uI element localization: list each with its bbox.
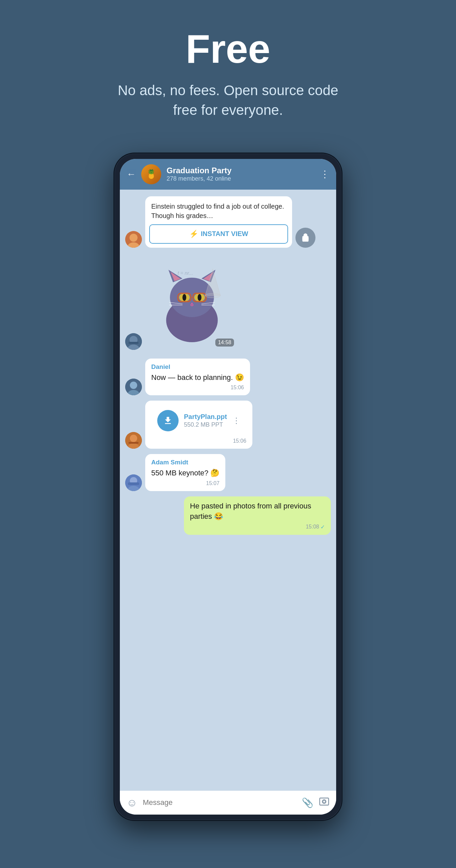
outgoing-message-bubble: He pasted in photos from all previous pa… [184, 496, 331, 535]
avatar-file-sender [125, 432, 142, 449]
svg-rect-7 [128, 342, 139, 344]
file-download-icon[interactable] [157, 410, 179, 431]
outgoing-message-row: He pasted in photos from all previous pa… [125, 496, 331, 535]
svg-point-16 [183, 294, 186, 301]
file-attachment: PartyPlan.ppt 550.2 MB PPT ⋮ [151, 405, 246, 436]
article-message-row: Einstein struggled to find a job out of … [125, 196, 331, 248]
file-name: PartyPlan.ppt [184, 413, 227, 421]
article-preview: Einstein struggled to find a job out of … [145, 196, 292, 248]
instant-view-label: INSTANT VIEW [201, 230, 248, 238]
group-status: 278 members, 42 online [166, 175, 315, 182]
avatar-daniel [125, 379, 142, 395]
adam-message-bubble: Adam Smidt 550 MB keynote? 🤔 15:07 [145, 454, 225, 491]
phone-wrapper: ← 🍍 Graduation Party 278 members, 42 onl… [115, 154, 341, 820]
daniel-message-bubble: Daniel Now — back to planning. 😉 15:06 [145, 359, 250, 396]
svg-point-32 [130, 435, 137, 442]
chat-info: Graduation Party 278 members, 42 online [166, 166, 315, 182]
share-button[interactable] [296, 228, 315, 248]
avatar-adam [125, 474, 142, 491]
svg-point-29 [130, 381, 137, 389]
sticker-time: 14:58 [215, 339, 234, 346]
file-message-row: PartyPlan.ppt 550.2 MB PPT ⋮ 15:06 [125, 401, 331, 449]
message-input[interactable] [143, 798, 297, 807]
group-avatar: 🍍 [141, 164, 161, 184]
hero-title: Free [13, 27, 443, 71]
attach-button[interactable]: 📎 [302, 797, 313, 808]
cat-sticker [145, 256, 239, 350]
instant-view-button[interactable]: ⚡ INSTANT VIEW [149, 224, 288, 244]
message-input-bar: ☺ 📎 [120, 790, 336, 814]
article-message-group: Einstein struggled to find a job out of … [145, 196, 292, 248]
read-checkmark: ✓ [321, 524, 325, 530]
file-message-bubble: PartyPlan.ppt 550.2 MB PPT ⋮ 15:06 [145, 401, 252, 449]
adam-message-text: 550 MB keynote? 🤔 [151, 468, 219, 478]
avatar-guy1 [125, 333, 142, 350]
article-text: Einstein struggled to find a job out of … [145, 196, 292, 224]
daniel-message-time: 15:06 [151, 384, 244, 391]
chat-header: ← 🍍 Graduation Party 278 members, 42 onl… [120, 159, 336, 190]
file-message-time: 15:06 [151, 438, 246, 444]
back-button[interactable]: ← [126, 169, 136, 180]
adam-message-time: 15:07 [151, 480, 219, 487]
sticker-container: t = nr... A = ... V = l² P = 2nr A = nr²… [145, 256, 239, 350]
camera-button[interactable] [319, 796, 330, 809]
svg-point-27 [205, 293, 220, 298]
chat-menu-button[interactable]: ⋮ [320, 168, 330, 180]
group-name: Graduation Party [166, 166, 315, 175]
svg-point-17 [197, 294, 201, 301]
outgoing-message-text: He pasted in photos from all previous pa… [190, 501, 325, 522]
avatar-girl [125, 231, 142, 248]
adam-message-row: Adam Smidt 550 MB keynote? 🤔 15:07 [125, 454, 331, 491]
chat-body: Einstein struggled to find a job out of … [120, 190, 336, 790]
svg-rect-34 [128, 442, 139, 444]
sticker-message-row: t = nr... A = ... V = l² P = 2nr A = nr²… [125, 253, 331, 353]
hero-section: Free No ads, no fees. Open source code f… [0, 0, 456, 140]
svg-marker-26 [205, 269, 220, 296]
daniel-message-text: Now — back to planning. 😉 [151, 373, 244, 383]
phone-frame: ← 🍍 Graduation Party 278 members, 42 onl… [115, 154, 341, 820]
avatar-emoji: 🍍 [141, 164, 161, 184]
emoji-button[interactable]: ☺ [126, 797, 138, 809]
phone-inner: ← 🍍 Graduation Party 278 members, 42 onl… [120, 159, 336, 814]
daniel-message-row: Daniel Now — back to planning. 😉 15:06 [125, 359, 331, 396]
file-size: 550.2 MB PPT [184, 421, 227, 428]
svg-point-40 [323, 800, 326, 803]
svg-point-1 [129, 234, 138, 242]
hero-subtitle: No ads, no fees. Open source code free f… [111, 81, 345, 120]
adam-sender: Adam Smidt [151, 459, 219, 466]
file-info: PartyPlan.ppt 550.2 MB PPT [184, 413, 227, 428]
daniel-sender: Daniel [151, 363, 244, 371]
outgoing-message-time: 15:08 ✓ [190, 524, 325, 530]
file-menu-button[interactable]: ⋮ [232, 416, 240, 425]
svg-rect-38 [128, 483, 139, 485]
bolt-icon: ⚡ [189, 230, 198, 238]
